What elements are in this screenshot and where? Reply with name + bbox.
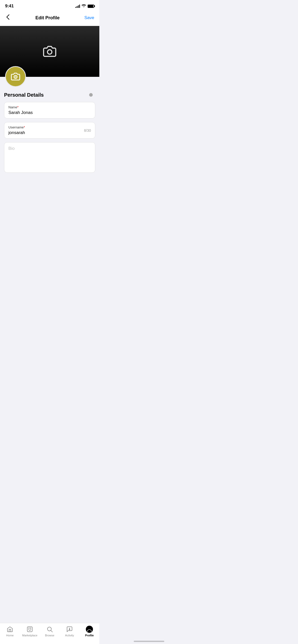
svg-point-0 bbox=[47, 50, 52, 54]
avatar-camera-button[interactable] bbox=[5, 66, 26, 87]
status-bar: 9:41 bbox=[0, 0, 99, 11]
username-row: Username* 8/30 bbox=[8, 125, 91, 135]
back-button[interactable] bbox=[5, 13, 11, 22]
name-label: Name* bbox=[8, 105, 91, 109]
wifi-icon bbox=[82, 4, 86, 8]
username-required: * bbox=[24, 125, 25, 129]
username-input[interactable] bbox=[8, 130, 84, 135]
scroll-indicator bbox=[89, 93, 93, 97]
nav-bar: Edit Profile Save bbox=[0, 11, 99, 26]
bio-field-group[interactable]: Bio bbox=[4, 142, 95, 173]
avatar[interactable] bbox=[5, 66, 26, 87]
username-counter: 8/30 bbox=[84, 128, 91, 133]
bio-placeholder: Bio bbox=[8, 146, 15, 151]
banner-camera-icon bbox=[43, 45, 56, 58]
status-time: 9:41 bbox=[5, 4, 14, 9]
save-button[interactable]: Save bbox=[84, 15, 94, 20]
username-label: Username* bbox=[8, 125, 84, 129]
page-title: Edit Profile bbox=[35, 15, 60, 21]
name-input[interactable] bbox=[8, 110, 91, 115]
status-icons bbox=[75, 4, 94, 8]
username-field-group: Username* 8/30 bbox=[4, 122, 95, 139]
name-required: * bbox=[17, 105, 19, 109]
content-area: Personal Details Name* Username* 8/30 Bi… bbox=[0, 77, 99, 207]
name-field-group: Name* bbox=[4, 102, 95, 119]
svg-point-2 bbox=[15, 76, 16, 78]
personal-details-header: Personal Details bbox=[4, 92, 95, 98]
battery-icon bbox=[88, 5, 94, 8]
banner-image[interactable] bbox=[0, 26, 99, 77]
section-title: Personal Details bbox=[4, 92, 44, 98]
signal-icon bbox=[75, 4, 80, 8]
